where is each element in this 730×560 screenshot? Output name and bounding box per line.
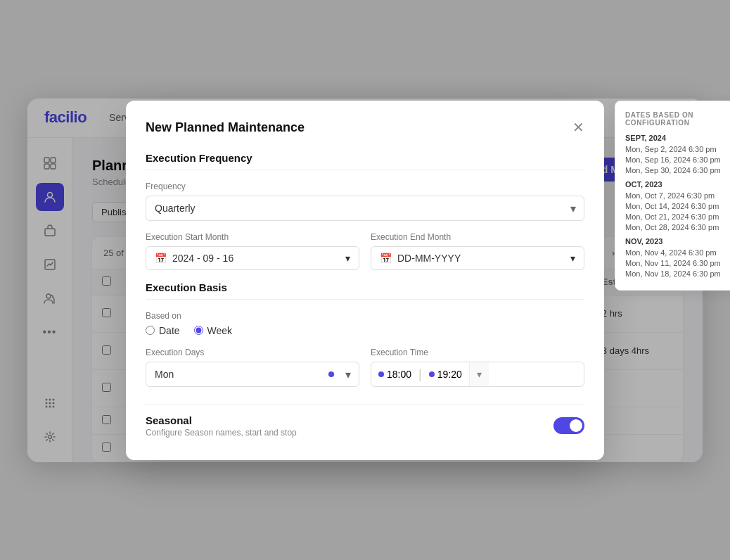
end-month-value: DD-MM-YYYY [397, 253, 461, 264]
radio-week[interactable] [194, 326, 203, 335]
start-month-chevron: ▾ [345, 253, 350, 264]
based-on-group: Based on Date Week [146, 311, 584, 336]
frequency-select[interactable]: Quarterly Daily Weekly Monthly Yearly [146, 196, 584, 221]
dates-month-title: OCT, 2023 [625, 180, 730, 189]
modal-header: New Planned Maintenance ✕ [146, 120, 584, 135]
new-planned-maintenance-modal: New Planned Maintenance ✕ Execution Freq… [126, 101, 604, 460]
calendar-icon: 📅 [155, 253, 167, 264]
end-month-chevron: ▾ [570, 253, 575, 264]
dates-entry: Mon, Sep 2, 2024 6:30 pm [625, 145, 730, 153]
frequency-select-wrapper: Quarterly Daily Weekly Monthly Yearly ▾ [146, 196, 584, 221]
calendar-end-icon: 📅 [380, 253, 392, 264]
end-month-label: Execution End Month [371, 232, 584, 242]
seasonal-label-block: Seasonal Configure Season names, start a… [146, 414, 297, 438]
time-dot-end [429, 371, 435, 377]
execution-time-label: Execution Time [371, 348, 584, 357]
time-start-part: 18:00 [371, 362, 418, 386]
execution-days-label: Execution Days [146, 348, 359, 357]
time-end-value: 19:20 [437, 369, 462, 380]
dates-month-title: SEPT, 2024 [625, 134, 730, 142]
seasonal-toggle[interactable] [553, 417, 584, 434]
seasonal-title: Seasonal [146, 414, 297, 426]
modal-overlay: New Planned Maintenance ✕ Execution Freq… [0, 0, 730, 560]
modal-container: New Planned Maintenance ✕ Execution Freq… [126, 101, 604, 460]
radio-date[interactable] [146, 326, 155, 335]
time-chevron-icon[interactable]: ▾ [469, 362, 489, 386]
end-month-input[interactable]: 📅 DD-MM-YYYY ▾ [371, 246, 584, 270]
radio-group: Date Week [146, 325, 584, 336]
based-on-label: Based on [146, 311, 584, 321]
month-row: Execution Start Month 📅 2024 - 09 - 16 ▾… [146, 232, 584, 281]
time-start-value: 18:00 [387, 369, 411, 380]
start-month-input[interactable]: 📅 2024 - 09 - 16 ▾ [146, 246, 359, 270]
radio-week-label[interactable]: Week [194, 325, 233, 336]
modal-title: New Planned Maintenance [146, 120, 305, 135]
end-month-group: Execution End Month 📅 DD-MM-YYYY ▾ [371, 232, 584, 270]
start-month-value: 2024 - 09 - 16 [172, 253, 233, 264]
radio-week-text: Week [207, 325, 233, 336]
dates-entry: Mon, Nov 18, 2024 6:30 pm [625, 269, 730, 278]
dates-month-title: NOV, 2023 [625, 237, 730, 246]
day-select-wrapper: Mon Tue Wed Thu Fri Sat Sun ▾ [146, 362, 359, 387]
dates-month-block: SEPT, 2024Mon, Sep 2, 2024 6:30 pmMon, S… [625, 134, 730, 174]
frequency-group: Frequency Quarterly Daily Weekly Monthly… [146, 182, 584, 221]
dates-entry: Mon, Oct 7, 2024 6:30 pm [625, 191, 730, 200]
day-dot [328, 371, 334, 377]
radio-date-text: Date [159, 325, 180, 336]
execution-days-group: Execution Days Mon Tue Wed Thu Fri Sat S… [146, 348, 359, 387]
dates-entry: Mon, Sep 16, 2024 6:30 pm [625, 155, 730, 164]
dates-entry: Mon, Oct 28, 2024 6:30 pm [625, 223, 730, 231]
modal-close-button[interactable]: ✕ [572, 120, 584, 134]
dates-month-block: NOV, 2023Mon, Nov 4, 2024 6:30 pmMon, No… [625, 237, 730, 278]
days-time-row: Execution Days Mon Tue Wed Thu Fri Sat S… [146, 348, 584, 398]
start-month-group: Execution Start Month 📅 2024 - 09 - 16 ▾ [146, 232, 359, 270]
dates-panel-title: DATES BASED ON CONFIGURATION [625, 111, 730, 127]
section-execution-frequency: Execution Frequency [146, 152, 584, 170]
start-month-label: Execution Start Month [146, 232, 359, 242]
execution-time-group: Execution Time 18:00 | 19:20 ▾ [371, 348, 584, 387]
dates-entry: Mon, Nov 11, 2024 6:30 pm [625, 259, 730, 267]
dates-entry: Mon, Oct 21, 2024 6:30 pm [625, 212, 730, 221]
execution-days-select[interactable]: Mon Tue Wed Thu Fri Sat Sun [146, 362, 359, 387]
dates-entry: Mon, Oct 14, 2024 6:30 pm [625, 202, 730, 210]
radio-date-label[interactable]: Date [146, 325, 180, 336]
seasonal-row: Seasonal Configure Season names, start a… [146, 404, 584, 440]
dates-panel-content: SEPT, 2024Mon, Sep 2, 2024 6:30 pmMon, S… [625, 134, 730, 278]
time-input-wrapper[interactable]: 18:00 | 19:20 ▾ [371, 362, 584, 387]
frequency-label: Frequency [146, 182, 584, 191]
seasonal-desc: Configure Season names, start and stop [146, 428, 297, 438]
dates-panel: DATES BASED ON CONFIGURATION SEPT, 2024M… [615, 101, 730, 291]
dates-entry: Mon, Nov 4, 2024 6:30 pm [625, 248, 730, 257]
dates-entry: Mon, Sep 30, 2024 6:30 pm [625, 166, 730, 174]
time-dot-start [378, 371, 384, 377]
dates-month-block: OCT, 2023Mon, Oct 7, 2024 6:30 pmMon, Oc… [625, 180, 730, 231]
section-execution-basis: Execution Basis [146, 281, 584, 300]
time-end-part: 19:20 [422, 362, 469, 386]
